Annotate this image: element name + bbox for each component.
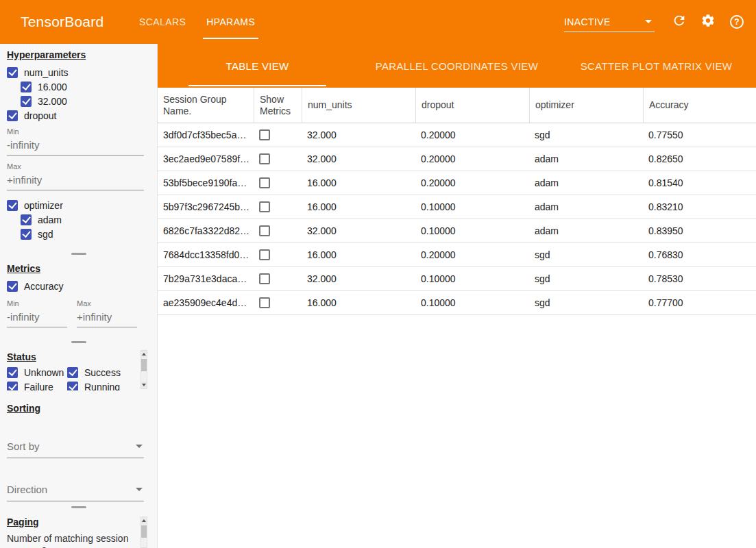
num-units-option-32-checkbox[interactable]: 32.000 xyxy=(21,95,150,108)
cell-session-group-name: 5b97f3c2967245b… xyxy=(158,195,254,219)
sort-by-dropdown[interactable]: Sort by xyxy=(7,437,144,458)
column-header-session-group-name: Session Group Name. xyxy=(158,88,254,123)
matching-groups-summary: Number of matching session groups: 8 xyxy=(7,533,137,548)
status-section: Status Unknown Success Failure Running xyxy=(0,346,157,390)
column-header-accuracy: Accuracy xyxy=(643,88,756,123)
table-row: ae235909ec4e4d… 16.000 0.10000 sgd 0.777… xyxy=(158,291,756,315)
checkbox-label: Failure xyxy=(24,382,53,391)
cell-accuracy: 0.78530 xyxy=(643,267,756,290)
tab-parallel-coordinates-view[interactable]: PARALLEL COORDINATES VIEW xyxy=(357,44,557,88)
checkbox-label: 32.000 xyxy=(38,96,67,107)
settings-button[interactable] xyxy=(700,14,716,30)
show-metrics-checkbox[interactable] xyxy=(259,153,270,164)
tab-hparams[interactable]: HPARAMS xyxy=(196,0,265,44)
dropout-checkbox[interactable]: dropout xyxy=(7,109,150,122)
show-metrics-checkbox[interactable] xyxy=(259,297,270,308)
paging-section: Paging Number of matching session groups… xyxy=(0,511,157,548)
cell-num-units: 32.000 xyxy=(302,123,415,147)
refresh-button[interactable] xyxy=(671,14,687,30)
hyperparameters-heading: Hyperparameters xyxy=(7,49,150,60)
cell-optimizer: adam xyxy=(529,171,643,195)
show-metrics-checkbox[interactable] xyxy=(259,249,270,260)
scrollbar-thumb[interactable] xyxy=(141,525,147,538)
table-row: 6826c7fa3322d82… 32.000 0.10000 adam 0.8… xyxy=(158,219,756,243)
max-label: Max xyxy=(7,162,150,171)
tab-scatter-plot-matrix-view[interactable]: SCATTER PLOT MATRIX VIEW xyxy=(557,44,756,88)
optimizer-option-sgd-checkbox[interactable]: sgd xyxy=(21,227,150,240)
checkbox-label: Unknown xyxy=(24,367,64,378)
help-icon: ? xyxy=(730,15,744,29)
cell-accuracy: 0.81540 xyxy=(643,171,756,195)
direction-dropdown[interactable]: Direction xyxy=(7,480,144,501)
checkbox-checked-icon xyxy=(7,200,18,211)
cell-dropout: 0.10000 xyxy=(415,219,529,242)
show-metrics-checkbox[interactable] xyxy=(259,129,270,140)
cell-show-metrics xyxy=(254,219,302,242)
cell-accuracy: 0.76830 xyxy=(643,243,756,266)
cell-optimizer: adam xyxy=(529,147,643,171)
checkbox-label: num_units xyxy=(24,67,69,78)
tab-table-view[interactable]: TABLE VIEW xyxy=(158,44,357,88)
section-resize-handle[interactable] xyxy=(71,506,86,508)
cell-num-units: 32.000 xyxy=(302,219,415,242)
status-failure-checkbox[interactable]: Failure xyxy=(7,380,67,390)
column-header-num-units: num_units xyxy=(302,88,415,123)
scrollbar-up-arrow-icon[interactable] xyxy=(141,351,147,358)
optimizer-checkbox[interactable]: optimizer xyxy=(7,199,150,212)
status-scrollbar[interactable] xyxy=(141,350,147,389)
cell-session-group-name: 3ec2aed9e07589f… xyxy=(158,147,254,171)
section-resize-handle[interactable] xyxy=(71,341,86,343)
checkbox-checked-icon xyxy=(7,67,18,78)
checkbox-label: 16.000 xyxy=(38,82,67,92)
cell-accuracy: 0.83950 xyxy=(643,219,756,242)
accuracy-checkbox[interactable]: Accuracy xyxy=(7,279,150,292)
help-button[interactable]: ? xyxy=(729,14,745,30)
scrollbar-track[interactable] xyxy=(141,524,147,547)
show-metrics-checkbox[interactable] xyxy=(259,225,270,236)
cell-accuracy: 0.77550 xyxy=(643,123,756,147)
metrics-min-input[interactable] xyxy=(7,308,67,327)
dropout-max-input[interactable] xyxy=(7,171,144,190)
show-metrics-checkbox[interactable] xyxy=(259,177,270,188)
num-units-checkbox[interactable]: num_units xyxy=(7,66,150,79)
cell-dropout: 0.20000 xyxy=(415,123,529,147)
status-running-checkbox[interactable]: Running xyxy=(67,380,150,390)
reload-status-value: INACTIVE xyxy=(564,16,611,27)
checkbox-label: sgd xyxy=(38,229,53,240)
cell-show-metrics xyxy=(254,267,302,290)
status-heading: Status xyxy=(7,351,150,362)
sort-by-placeholder: Sort by xyxy=(7,440,40,452)
checkbox-checked-icon xyxy=(67,367,78,378)
column-header-show-metrics: Show Metrics xyxy=(254,88,302,123)
cell-num-units: 16.000 xyxy=(302,171,415,195)
reload-status-select[interactable]: INACTIVE xyxy=(564,12,655,32)
status-unknown-checkbox[interactable]: Unknown xyxy=(7,366,67,379)
metrics-max-input[interactable] xyxy=(77,308,137,327)
scrollbar-track[interactable] xyxy=(141,358,147,382)
cell-optimizer: sgd xyxy=(529,267,643,290)
show-metrics-checkbox[interactable] xyxy=(259,273,270,284)
tab-scalars[interactable]: SCALARS xyxy=(129,0,196,44)
refresh-icon xyxy=(672,13,687,31)
top-bar: TensorBoard SCALARS HPARAMS INACTIVE ? xyxy=(0,0,756,44)
scrollbar-up-arrow-icon[interactable] xyxy=(141,517,147,524)
status-success-checkbox[interactable]: Success xyxy=(67,366,150,379)
dropdown-arrow-icon xyxy=(645,20,652,23)
num-units-option-16-checkbox[interactable]: 16.000 xyxy=(21,80,150,93)
cell-optimizer: sgd xyxy=(529,123,643,147)
scrollbar-down-arrow-icon[interactable] xyxy=(141,382,147,388)
checkbox-checked-icon xyxy=(7,382,18,391)
cell-dropout: 0.20000 xyxy=(415,171,529,195)
direction-placeholder: Direction xyxy=(7,484,47,495)
cell-num-units: 32.000 xyxy=(302,147,415,171)
optimizer-option-adam-checkbox[interactable]: adam xyxy=(21,213,150,226)
section-resize-handle[interactable] xyxy=(71,253,86,255)
scrollbar-thumb[interactable] xyxy=(141,359,147,371)
dropout-min-input[interactable] xyxy=(7,136,144,155)
cell-dropout: 0.10000 xyxy=(415,195,529,219)
paging-scrollbar[interactable] xyxy=(141,516,147,548)
show-metrics-checkbox[interactable] xyxy=(259,201,270,212)
cell-session-group-name: 6826c7fa3322d82… xyxy=(158,219,254,242)
checkbox-label: Accuracy xyxy=(24,281,64,292)
cell-dropout: 0.10000 xyxy=(415,267,529,290)
